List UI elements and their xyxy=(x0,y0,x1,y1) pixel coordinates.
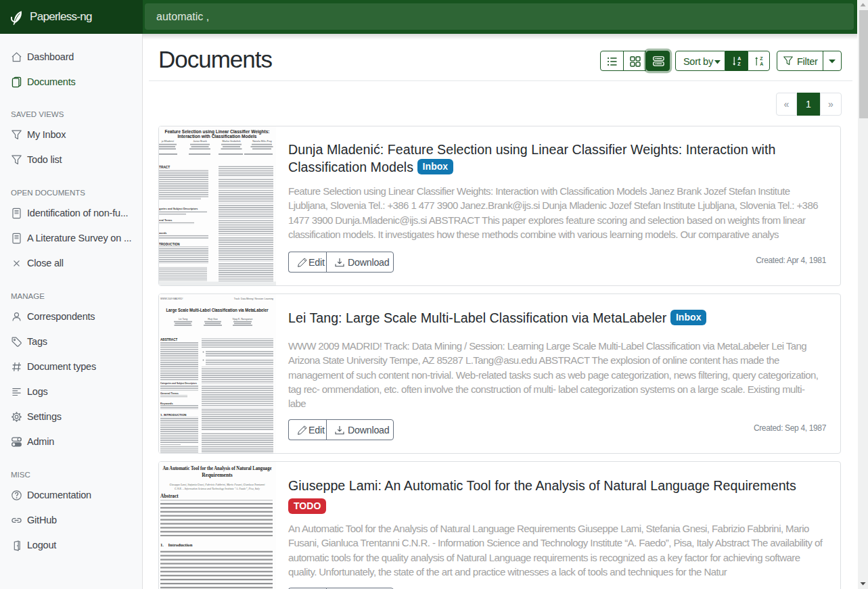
svg-text:General Terms: General Terms xyxy=(160,392,179,395)
svg-text:Interaction with Classificatio: Interaction with Classification Models xyxy=(178,134,257,139)
svg-text:Requirements: Requirements xyxy=(202,472,232,478)
svg-text:An Automatic Tool for the Anal: An Automatic Tool for the Analysis of Na… xyxy=(163,465,273,471)
svg-text:TRODUCTION: TRODUCTION xyxy=(159,243,180,246)
svg-text:Z: Z xyxy=(760,56,763,61)
svg-text:Vijay K. Narayanan: Vijay K. Narayanan xyxy=(233,318,253,321)
svg-text:Nataša Milic-Fray: Nataša Milic-Fray xyxy=(252,140,272,143)
svg-text:ABSTRACT: ABSTRACT xyxy=(160,338,177,341)
svg-text:1. INTRODUCTION: 1. INTRODUCTION xyxy=(160,413,187,417)
svg-text:eral Terms: eral Terms xyxy=(159,218,172,222)
svg-text:words: words xyxy=(159,231,166,235)
svg-text:Lei Tang: Lei Tang xyxy=(179,318,187,321)
svg-text:Large Scale Multi-Label Classi: Large Scale Multi-Label Classification v… xyxy=(166,308,269,313)
svg-text:Keywords: Keywords xyxy=(160,402,173,405)
svg-text:Z: Z xyxy=(737,62,741,66)
svg-text:A: A xyxy=(737,56,741,61)
svg-text:WWW 2009 MADRID!: WWW 2009 MADRID! xyxy=(160,298,183,300)
svg-text:Abstract: Abstract xyxy=(160,494,179,499)
svg-text:TRACT: TRACT xyxy=(159,166,170,169)
svg-text:Categories and Subject Descrip: Categories and Subject Descriptors xyxy=(160,382,197,385)
svg-text:1. Introduction: 1. Introduction xyxy=(160,542,193,547)
svg-text:Huiji Gao: Huiji Gao xyxy=(208,318,217,321)
svg-text:ja Mladenić: ja Mladenić xyxy=(161,140,175,143)
svg-text:Track: Data Mining / Session:: Track: Data Mining / Session: Learning xyxy=(234,298,273,300)
svg-text:Janez Brank: Janez Brank xyxy=(193,140,207,143)
svg-text:A: A xyxy=(760,62,763,66)
svg-text:Marko Grobelnik: Marko Grobelnik xyxy=(222,140,240,143)
svg-text:gories and Subject Descriptors: gories and Subject Descriptors xyxy=(159,207,198,210)
